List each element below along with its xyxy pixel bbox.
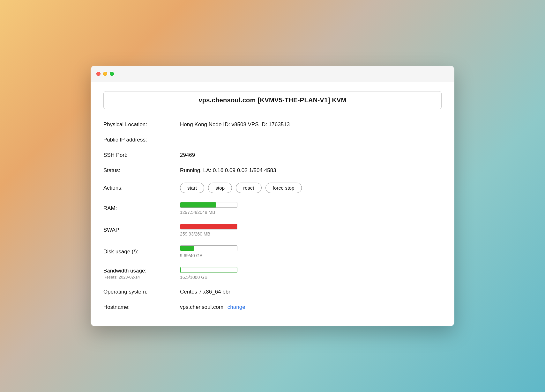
- ram-label-value: 1297.54/2048 MB: [180, 210, 442, 215]
- physical-location-label: Physical Location:: [103, 117, 180, 132]
- disk-cell: 9.69/40 GB: [180, 241, 442, 263]
- actions-container: start stop reset force stop: [180, 183, 442, 193]
- ssh-port-label: SSH Port:: [103, 148, 180, 163]
- hostname-cell: vps.chensoul.com change: [180, 300, 442, 315]
- bandwidth-row: Bandwidth usage: Resets: 2023-02-14 16.5…: [103, 263, 442, 284]
- swap-progress-bar: [180, 224, 237, 229]
- public-ip-label: Public IP address:: [103, 132, 180, 148]
- hostname-value: vps.chensoul.com: [180, 304, 223, 310]
- ram-row: RAM: 1297.54/2048 MB: [103, 198, 442, 219]
- actions-row: Actions: start stop reset force stop: [103, 178, 442, 198]
- ram-cell: 1297.54/2048 MB: [180, 198, 442, 219]
- stop-button[interactable]: stop: [208, 183, 232, 193]
- main-window: vps.chensoul.com [KVMV5-THE-PLAN-V1] KVM…: [91, 66, 454, 326]
- bandwidth-progress-fill: [180, 267, 181, 272]
- swap-cell: 259.93/260 MB: [180, 219, 442, 241]
- ram-label: RAM:: [103, 198, 180, 219]
- os-value: Centos 7 x86_64 bbr: [180, 284, 442, 300]
- os-row: Operating system: Centos 7 x86_64 bbr: [103, 284, 442, 300]
- bandwidth-resets-label: Resets: 2023-02-14: [103, 275, 180, 279]
- ram-progress-bar: [180, 202, 237, 208]
- hostname-row: Hostname: vps.chensoul.com change: [103, 300, 442, 315]
- bandwidth-label-text: Bandwidth usage:: [103, 268, 180, 274]
- status-row: Status: Running, LA: 0.16 0.09 0.02 1/50…: [103, 163, 442, 178]
- ram-progress-container: 1297.54/2048 MB: [180, 202, 442, 215]
- actions-cell: start stop reset force stop: [180, 178, 442, 198]
- bandwidth-label: Bandwidth usage: Resets: 2023-02-14: [103, 263, 180, 284]
- server-title: vps.chensoul.com [KVMV5-THE-PLAN-V1] KVM: [198, 97, 346, 104]
- actions-label: Actions:: [103, 178, 180, 198]
- bandwidth-progress-container: 16.5/1000 GB: [180, 267, 442, 280]
- physical-location-row: Physical Location: Hong Kong Node ID: v8…: [103, 117, 442, 132]
- start-button[interactable]: start: [180, 183, 204, 193]
- ssh-port-row: SSH Port: 29469: [103, 148, 442, 163]
- force-stop-button[interactable]: force stop: [265, 183, 302, 193]
- os-label: Operating system:: [103, 284, 180, 300]
- swap-row: SWAP: 259.93/260 MB: [103, 219, 442, 241]
- disk-label: Disk usage (/):: [103, 241, 180, 263]
- content-area: vps.chensoul.com [KVMV5-THE-PLAN-V1] KVM…: [91, 82, 454, 326]
- ram-progress-fill: [180, 202, 216, 207]
- swap-progress-fill: [180, 224, 237, 229]
- disk-label-value: 9.69/40 GB: [180, 253, 442, 258]
- titlebar: [91, 66, 454, 82]
- bandwidth-cell: 16.5/1000 GB: [180, 263, 442, 284]
- ssh-port-value: 29469: [180, 148, 442, 163]
- status-label: Status:: [103, 163, 180, 178]
- public-ip-value: [180, 132, 442, 148]
- physical-location-value: Hong Kong Node ID: v8508 VPS ID: 1763513: [180, 117, 442, 132]
- swap-label-value: 259.93/260 MB: [180, 231, 442, 236]
- reset-button[interactable]: reset: [236, 183, 261, 193]
- info-table: Physical Location: Hong Kong Node ID: v8…: [103, 117, 442, 315]
- disk-progress-fill: [180, 246, 194, 251]
- bandwidth-progress-bar: [180, 267, 237, 273]
- disk-progress-bar: [180, 245, 237, 251]
- swap-progress-container: 259.93/260 MB: [180, 224, 442, 236]
- swap-label: SWAP:: [103, 219, 180, 241]
- disk-row: Disk usage (/): 9.69/40 GB: [103, 241, 442, 263]
- minimize-button[interactable]: [103, 72, 107, 76]
- server-header: vps.chensoul.com [KVMV5-THE-PLAN-V1] KVM: [103, 91, 442, 109]
- bandwidth-label-value: 16.5/1000 GB: [180, 275, 442, 280]
- hostname-label: Hostname:: [103, 300, 180, 315]
- close-button[interactable]: [96, 72, 101, 76]
- disk-progress-container: 9.69/40 GB: [180, 245, 442, 258]
- change-link[interactable]: change: [228, 304, 245, 310]
- status-value: Running, LA: 0.16 0.09 0.02 1/504 4583: [180, 163, 442, 178]
- maximize-button[interactable]: [110, 72, 114, 76]
- public-ip-row: Public IP address:: [103, 132, 442, 148]
